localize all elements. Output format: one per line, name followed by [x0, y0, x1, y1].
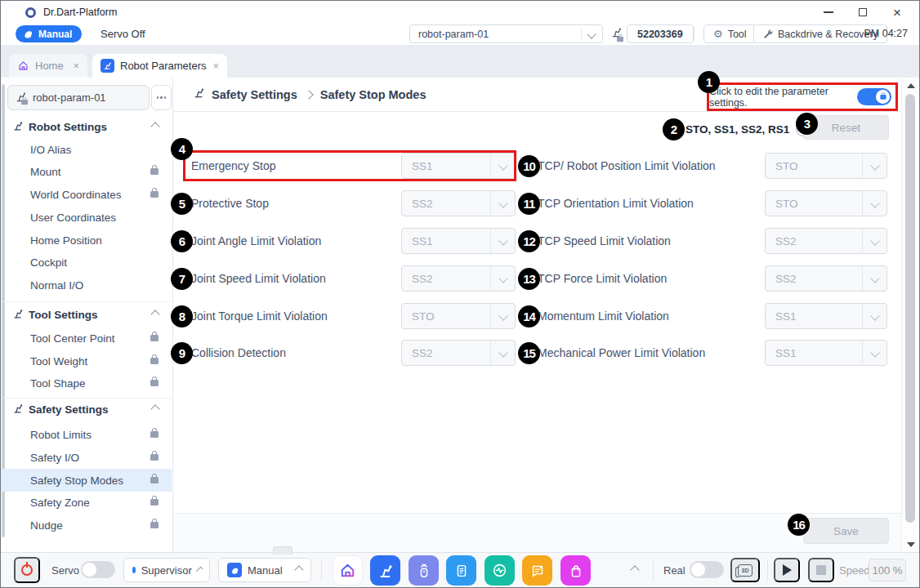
dock-home-icon[interactable] — [333, 555, 363, 586]
power-button[interactable] — [14, 557, 40, 583]
tool-button[interactable]: ⚙ Tool — [703, 24, 757, 43]
joint-speed-select[interactable]: SS2 — [401, 265, 516, 292]
dock-task-writer-icon[interactable] — [446, 555, 476, 586]
servo-label: Servo — [51, 553, 79, 587]
servo-toggle[interactable] — [81, 561, 115, 578]
scroll-down-icon[interactable] — [907, 542, 915, 547]
protective-stop-select[interactable]: SS2 — [401, 190, 516, 216]
sidebar-item-world-coordinates[interactable]: World Coordinates — [1, 183, 172, 206]
tcp-force-select[interactable]: SS2 — [765, 265, 887, 292]
vertical-scrollbar[interactable] — [901, 78, 920, 553]
home-icon — [17, 60, 29, 72]
dock-message-icon[interactable] — [522, 555, 552, 586]
param-file-dropdown[interactable]: robot-param-01 — [409, 24, 603, 43]
sidebar-item-safety-zone[interactable]: Safety Zone — [1, 491, 172, 514]
momentum-select[interactable]: SS1 — [765, 303, 887, 329]
sidebar-item-safety-stop-modes[interactable]: Safety Stop Modes — [1, 469, 172, 492]
param-more-button[interactable] — [151, 85, 172, 110]
sidebar-section-robot-settings[interactable]: Robot Settings — [1, 115, 172, 138]
role-value: Supervisor — [141, 564, 192, 577]
real-label: Real — [663, 553, 686, 587]
maximize-button[interactable] — [846, 1, 880, 24]
dock-remote-control-icon[interactable] — [409, 555, 439, 586]
main-content: Safety Settings Safety Stop Modes Click … — [173, 78, 919, 553]
tcp-position-select[interactable]: STO — [765, 153, 887, 179]
sidebar-item-safety-io[interactable]: Safety I/O — [1, 446, 172, 469]
chevron-up-icon — [150, 404, 159, 413]
status-dot-icon — [132, 567, 136, 573]
chevron-down-icon — [498, 161, 507, 170]
callout-9: 9 — [171, 342, 193, 364]
stop-button[interactable] — [808, 558, 834, 582]
sidebar-item-home-position[interactable]: Home Position — [1, 229, 172, 252]
speed-label: Speed — [839, 553, 870, 587]
sidebar-section-safety-settings[interactable]: Safety Settings — [1, 398, 172, 421]
tab-robot-parameters[interactable]: Robot Parameters × — [92, 54, 227, 78]
dock-monitoring-icon[interactable] — [485, 555, 515, 586]
manual-mode-button[interactable]: Manual — [16, 25, 82, 42]
callout-1: 1 — [698, 71, 720, 93]
lock-icon — [150, 499, 159, 506]
app-window: Dr.Dart-Platform × Manual Servo Off robo… — [0, 0, 920, 588]
sidebar-item-user-coordinates[interactable]: User Coordinates — [1, 206, 172, 229]
close-tab-icon[interactable]: × — [212, 60, 219, 72]
minimize-button[interactable] — [811, 1, 846, 24]
stop-icon — [816, 565, 826, 575]
lock-icon — [880, 95, 886, 99]
dock-collapse-icon[interactable] — [630, 565, 639, 574]
sidebar-item-io-alias[interactable]: I/O Alias — [1, 138, 172, 161]
manual-hand-icon — [23, 29, 33, 39]
close-tab-icon[interactable]: × — [73, 60, 79, 72]
collision-detection-select[interactable]: SS2 — [401, 340, 516, 366]
edit-toggle[interactable] — [857, 88, 891, 105]
sidebar-item-tool-weight[interactable]: Tool Weight — [1, 350, 172, 372]
callout-13: 13 — [518, 268, 540, 290]
sidebar-item-normal-io[interactable]: Normal I/O — [1, 274, 172, 296]
maximize-icon — [859, 8, 867, 16]
joint-angle-select[interactable]: SS1 — [401, 228, 516, 254]
robot-lock-icon — [15, 91, 27, 105]
callout-6: 6 — [171, 230, 193, 252]
divider — [653, 559, 654, 581]
clock-text: PM 04:27 — [864, 24, 908, 44]
operation-mode-value: Manual — [248, 564, 283, 577]
robot-icon — [12, 403, 24, 416]
speed-value[interactable]: 100 % — [869, 559, 906, 581]
sidebar-item-robot-limits[interactable]: Robot Limits — [1, 423, 172, 446]
emergency-stop-select[interactable]: SS1 — [401, 153, 516, 179]
mechanical-power-select[interactable]: SS1 — [765, 340, 887, 366]
callout-11: 11 — [518, 193, 540, 215]
close-icon: × — [893, 6, 901, 20]
param-row-tcp-force: TCP Force Limit Violation SS2 — [538, 265, 887, 292]
bottombar-handle[interactable] — [273, 546, 293, 555]
play-button[interactable] — [774, 558, 800, 582]
lock-icon — [150, 358, 159, 364]
tab-home[interactable]: Home × — [9, 54, 87, 78]
sidebar-item-cockpit[interactable]: Cockpit — [1, 251, 172, 274]
sidebar-item-tool-center-point[interactable]: Tool Center Point — [1, 327, 172, 350]
sidebar-item-mount[interactable]: Mount — [1, 160, 172, 183]
scroll-up-icon[interactable] — [907, 83, 915, 88]
close-button[interactable]: × — [880, 1, 914, 24]
real-toggle[interactable] — [690, 561, 724, 578]
chevron-down-icon — [870, 274, 879, 283]
viewer-3d-button[interactable]: 3D — [730, 558, 760, 582]
scrollbar-thumb[interactable] — [905, 94, 915, 523]
sidebar-section-tool-settings[interactable]: Tool Settings — [1, 303, 172, 326]
tcp-speed-select[interactable]: SS2 — [765, 228, 887, 254]
breadcrumb-parent[interactable]: Safety Settings — [212, 88, 297, 101]
lock-icon — [150, 191, 159, 198]
sidebar-item-tool-shape[interactable]: Tool Shape — [1, 372, 172, 394]
dock-robot-parameters-icon[interactable] — [370, 555, 400, 586]
tcp-orientation-select[interactable]: STO — [765, 190, 887, 216]
save-button[interactable]: Save — [803, 518, 889, 544]
operation-mode-dropdown[interactable]: Manual — [218, 558, 311, 582]
divider — [321, 559, 322, 581]
stop-modes-legend-text: STO, SS1, SS2, RS1 — [686, 123, 789, 136]
joint-torque-select[interactable]: STO — [401, 303, 516, 329]
robot-icon — [12, 120, 24, 134]
role-dropdown[interactable]: Supervisor — [123, 558, 210, 582]
dock-store-icon[interactable] — [560, 555, 591, 586]
divider — [581, 28, 582, 40]
sidebar-item-nudge[interactable]: Nudge — [1, 514, 172, 537]
